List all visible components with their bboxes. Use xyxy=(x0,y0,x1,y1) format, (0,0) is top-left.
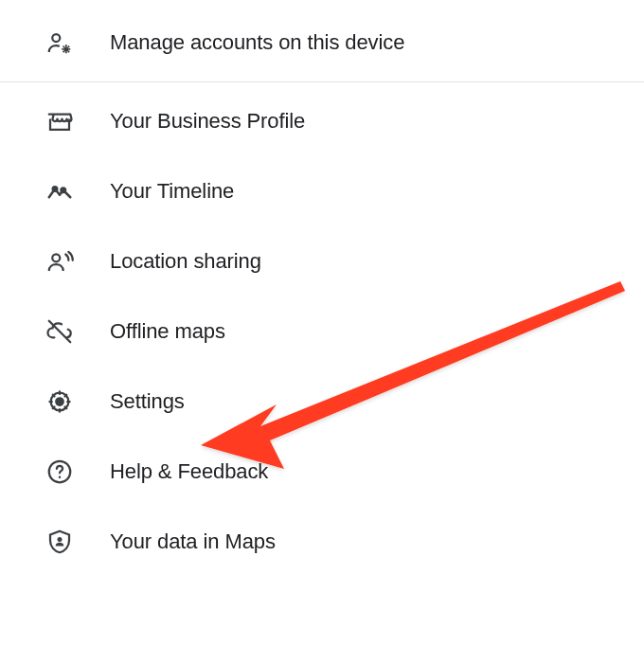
svg-point-3 xyxy=(62,188,66,193)
svg-point-4 xyxy=(52,254,60,261)
cloud-off-icon xyxy=(45,317,74,346)
svg-point-10 xyxy=(58,537,63,542)
divider xyxy=(0,81,644,82)
menu-item-business-profile[interactable]: Your Business Profile xyxy=(0,86,644,156)
help-icon xyxy=(45,458,74,486)
menu-item-offline-maps[interactable]: Offline maps xyxy=(0,296,644,367)
menu-item-label: Manage accounts on this device xyxy=(110,30,404,55)
settings-icon xyxy=(45,387,74,416)
timeline-icon xyxy=(45,177,74,206)
menu-item-manage-accounts[interactable]: Manage accounts on this device xyxy=(0,8,644,78)
menu-item-label: Your data in Maps xyxy=(110,529,276,554)
menu-item-label: Settings xyxy=(110,389,185,414)
storefront-icon xyxy=(45,107,74,135)
menu-item-help-feedback[interactable]: Help & Feedback xyxy=(0,437,644,507)
location-sharing-icon xyxy=(45,247,74,276)
menu-item-label: Help & Feedback xyxy=(110,459,268,484)
svg-point-1 xyxy=(63,46,69,52)
menu-item-label: Offline maps xyxy=(110,319,225,344)
svg-point-9 xyxy=(59,476,62,478)
manage-accounts-icon xyxy=(45,28,74,57)
menu-item-label: Location sharing xyxy=(110,249,261,274)
svg-point-6 xyxy=(56,398,63,405)
menu-item-timeline[interactable]: Your Timeline xyxy=(0,156,644,226)
menu-item-settings[interactable]: Settings xyxy=(0,367,644,437)
menu-item-location-sharing[interactable]: Location sharing xyxy=(0,226,644,296)
menu-item-your-data[interactable]: Your data in Maps xyxy=(0,507,644,577)
menu-container: Manage accounts on this device Your Busi… xyxy=(0,0,644,577)
menu-item-label: Your Timeline xyxy=(110,179,234,204)
svg-point-2 xyxy=(53,187,58,191)
privacy-shield-icon xyxy=(45,528,74,556)
svg-point-0 xyxy=(52,34,60,42)
menu-item-label: Your Business Profile xyxy=(110,109,305,134)
